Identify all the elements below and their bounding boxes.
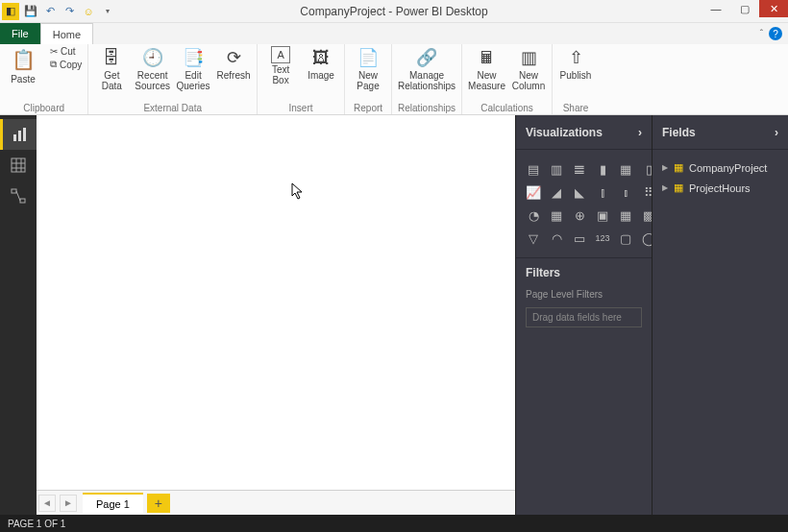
undo-icon[interactable]: ↶: [42, 4, 58, 19]
manage-relationships-button[interactable]: 🔗Manage Relationships: [398, 46, 456, 91]
chevron-right-icon: ›: [638, 126, 642, 139]
fields-panel: Fields › ▶ ▦ CompanyProject ▶ ▦ ProjectH…: [652, 115, 788, 515]
new-column-button[interactable]: ▥New Column: [511, 46, 546, 91]
nav-report-view[interactable]: [0, 119, 37, 150]
collapse-ribbon-icon[interactable]: ˆ: [760, 29, 763, 39]
help-icon[interactable]: ?: [769, 27, 782, 40]
svg-rect-1: [18, 131, 21, 141]
add-page-button[interactable]: +: [147, 494, 170, 513]
publish-button[interactable]: ⇧Publish: [558, 46, 593, 81]
group-clipboard: 📋 Paste ✂Cut ⧉Copy Clipboard: [0, 44, 88, 114]
redo-icon[interactable]: ↷: [62, 4, 77, 19]
line-chart-icon[interactable]: 📈: [524, 182, 543, 202]
fields-list: ▶ ▦ CompanyProject ▶ ▦ ProjectHours: [653, 150, 788, 206]
group-share: ⇧Publish Share: [553, 44, 599, 114]
new-measure-button[interactable]: 🖩New Measure: [468, 46, 505, 91]
refresh-button[interactable]: ⟳Refresh: [216, 46, 251, 81]
get-data-button[interactable]: 🗄Get Data: [94, 46, 129, 91]
column-icon: ▥: [517, 46, 540, 69]
get-data-icon: 🗄: [100, 46, 123, 69]
tab-file[interactable]: File: [0, 23, 40, 44]
fields-header[interactable]: Fields ›: [653, 115, 788, 150]
map-icon[interactable]: ⊕: [570, 206, 589, 225]
field-table-projecthours[interactable]: ▶ ▦ ProjectHours: [656, 178, 784, 198]
table-icon: ▦: [674, 181, 683, 194]
cursor-icon: [291, 182, 305, 200]
workspace: ◄ ► Page 1 + Visualizations › ▤ ▥ 𝌆 ▮ ▦ …: [0, 115, 788, 515]
text-box-icon: A: [271, 46, 290, 63]
treemap-icon[interactable]: ▦: [547, 206, 566, 225]
stacked-area-icon[interactable]: ◣: [570, 182, 589, 202]
group-label-insert: Insert: [263, 103, 338, 113]
group-report: 📄New Page Report: [345, 44, 392, 114]
group-label-clipboard: Clipboard: [6, 103, 82, 113]
group-label-report: Report: [351, 103, 385, 113]
filled-map-icon[interactable]: ▣: [593, 206, 612, 225]
svg-rect-2: [23, 128, 26, 141]
filters-sub: Page Level Filters: [526, 289, 642, 300]
ribbon-tabs: File Home ˆ ?: [0, 23, 788, 44]
tab-home[interactable]: Home: [40, 23, 93, 44]
combo-chart2-icon[interactable]: ⫾: [616, 182, 635, 202]
filters-header: Filters: [526, 266, 642, 279]
copy-button[interactable]: ⧉Copy: [50, 59, 82, 70]
status-text: PAGE 1 OF 1: [8, 519, 65, 529]
svg-rect-0: [13, 134, 16, 141]
area-chart-icon[interactable]: ◢: [547, 182, 566, 202]
bar-chart-icon: [12, 127, 28, 142]
save-icon[interactable]: 💾: [23, 4, 38, 19]
stacked-bar-icon[interactable]: ▤: [524, 159, 543, 179]
page-tab-1[interactable]: Page 1: [83, 493, 143, 514]
page-tabs: ◄ ► Page 1 +: [37, 490, 515, 515]
canvas-area: ◄ ► Page 1 +: [37, 115, 515, 515]
gauge-icon[interactable]: ◠: [547, 229, 566, 248]
stacked-column-icon[interactable]: ▥: [547, 159, 566, 179]
maximize-button[interactable]: ▢: [730, 0, 759, 17]
multi-card-icon[interactable]: 123: [593, 229, 612, 248]
edit-queries-button[interactable]: 📑Edit Queries: [176, 46, 210, 91]
report-canvas[interactable]: [37, 115, 515, 490]
close-button[interactable]: ✕: [759, 0, 788, 17]
nav-relationship-view[interactable]: [0, 181, 37, 211]
minimize-button[interactable]: —: [702, 0, 730, 17]
table-icon: [11, 157, 26, 173]
group-external-data: 🗄Get Data 🕘Recent Sources 📑Edit Queries …: [88, 44, 258, 114]
slicer-icon[interactable]: ▢: [616, 229, 635, 248]
group-label-calculations: Calculations: [468, 103, 546, 113]
card-icon[interactable]: ▭: [570, 229, 589, 248]
filters-section: Filters Page Level Filters Drag data fie…: [516, 257, 652, 335]
clustered-bar-icon[interactable]: 𝌆: [570, 159, 589, 179]
combo-chart-icon[interactable]: ⫿: [593, 182, 612, 202]
text-box-button[interactable]: AText Box: [263, 46, 298, 85]
hundred-bar-icon[interactable]: ▦: [616, 159, 635, 179]
cut-button[interactable]: ✂Cut: [50, 46, 82, 57]
image-button[interactable]: 🖼Image: [304, 46, 338, 81]
pie-chart-icon[interactable]: ◔: [524, 206, 543, 225]
paste-icon: 📋: [10, 46, 37, 73]
new-page-button[interactable]: 📄New Page: [351, 46, 385, 91]
nav-data-view[interactable]: [0, 150, 37, 181]
new-page-icon: 📄: [357, 46, 380, 69]
field-table-companyproject[interactable]: ▶ ▦ CompanyProject: [656, 157, 784, 178]
ribbon: 📋 Paste ✂Cut ⧉Copy Clipboard 🗄Get Data 🕘…: [0, 44, 788, 115]
visualizations-panel: Visualizations › ▤ ▥ 𝌆 ▮ ▦ ▯ 📈 ◢ ◣ ⫿ ⫾ ⠿…: [515, 115, 652, 515]
smiley-icon[interactable]: ☺: [81, 4, 96, 19]
filters-dropzone[interactable]: Drag data fields here: [526, 307, 642, 327]
group-relationships: 🔗Manage Relationships Relationships: [392, 44, 462, 114]
scissors-icon: ✂: [50, 46, 58, 57]
next-page-button[interactable]: ►: [60, 495, 77, 512]
clustered-column-icon[interactable]: ▮: [593, 159, 612, 179]
svg-rect-9: [20, 199, 25, 203]
measure-icon: 🖩: [476, 46, 499, 69]
group-label-relationships: Relationships: [398, 103, 456, 113]
titlebar: ◧ 💾 ↶ ↷ ☺ ▾ CompanyProject - Power BI De…: [0, 0, 788, 23]
recent-sources-button[interactable]: 🕘Recent Sources: [135, 46, 170, 91]
visualizations-header[interactable]: Visualizations ›: [516, 115, 652, 150]
copy-icon: ⧉: [50, 59, 57, 70]
svg-rect-8: [12, 189, 16, 193]
paste-button[interactable]: 📋 Paste: [6, 46, 40, 85]
funnel-icon[interactable]: ▽: [524, 229, 543, 248]
prev-page-button[interactable]: ◄: [38, 495, 56, 512]
qat-dropdown-icon[interactable]: ▾: [100, 4, 115, 19]
table-viz-icon[interactable]: ▦: [616, 206, 635, 225]
